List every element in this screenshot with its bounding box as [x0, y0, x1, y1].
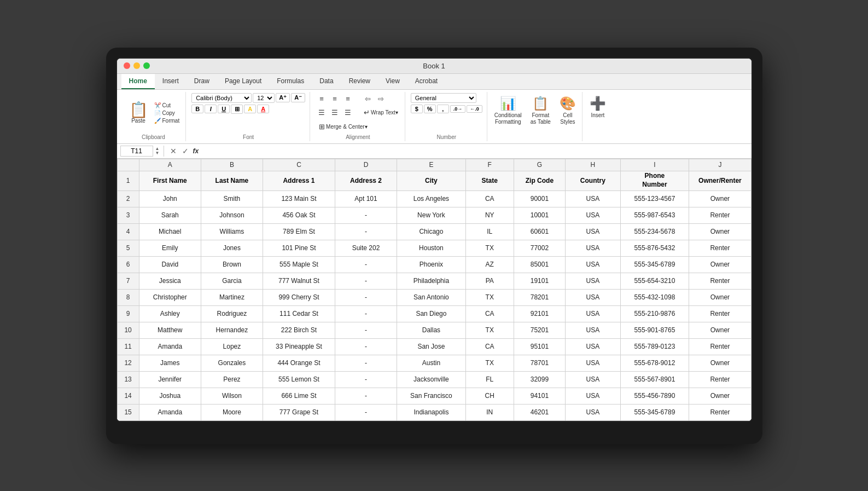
align-left-btn[interactable]: ☰	[316, 107, 328, 119]
conditional-formatting-button[interactable]: 📊 ConditionalFormatting	[491, 93, 526, 128]
cell-h11[interactable]: USA	[566, 338, 621, 355]
cell-e10[interactable]: Dallas	[397, 322, 466, 338]
cell-d7[interactable]: -	[335, 273, 397, 289]
cell-d5[interactable]: Suite 202	[335, 240, 397, 256]
tab-home[interactable]: Home	[121, 74, 155, 89]
formula-confirm-button[interactable]: ✓	[180, 147, 190, 155]
cell-e3[interactable]: New York	[397, 207, 466, 223]
cell-f5[interactable]: TX	[465, 240, 514, 256]
cell-i11[interactable]: 555-789-0123	[620, 338, 689, 355]
cell-e7[interactable]: Philadelphia	[397, 273, 466, 289]
cell-g5[interactable]: 77002	[514, 240, 565, 256]
cell-g8[interactable]: 78201	[514, 289, 565, 305]
tab-draw[interactable]: Draw	[187, 74, 217, 89]
cell-c3[interactable]: 456 Oak St	[263, 207, 335, 223]
cell-h1[interactable]: Country	[566, 171, 621, 190]
fill-color-btn[interactable]: A	[244, 105, 256, 113]
cell-c4[interactable]: 789 Elm St	[263, 223, 335, 240]
cell-b6[interactable]: Brown	[201, 256, 263, 273]
tab-review[interactable]: Review	[341, 74, 378, 89]
cell-f10[interactable]: TX	[465, 322, 514, 338]
cell-d15[interactable]: -	[335, 404, 397, 420]
cell-a6[interactable]: David	[139, 256, 201, 273]
cell-j15[interactable]: Renter	[689, 404, 751, 420]
currency-btn[interactable]: $	[411, 105, 423, 113]
cell-b8[interactable]: Martinez	[201, 289, 263, 305]
cell-i2[interactable]: 555-123-4567	[620, 190, 689, 207]
cell-e5[interactable]: Houston	[397, 240, 466, 256]
row-header-9[interactable]: 9	[117, 305, 139, 322]
row-header-13[interactable]: 13	[117, 371, 139, 388]
cell-d11[interactable]: -	[335, 338, 397, 355]
row-header-7[interactable]: 7	[117, 273, 139, 289]
cell-b5[interactable]: Jones	[201, 240, 263, 256]
cell-b15[interactable]: Moore	[201, 404, 263, 420]
cell-g13[interactable]: 32099	[514, 371, 565, 388]
cell-styles-button[interactable]: 🎨 CellStyles	[556, 93, 580, 128]
cut-button[interactable]: ✂️ Cut	[153, 102, 182, 109]
cell-g4[interactable]: 60601	[514, 223, 565, 240]
cell-h10[interactable]: USA	[566, 322, 621, 338]
cell-c8[interactable]: 999 Cherry St	[263, 289, 335, 305]
bold-button[interactable]: B	[191, 105, 203, 113]
cell-j7[interactable]: Renter	[689, 273, 751, 289]
cell-f15[interactable]: IN	[465, 404, 514, 420]
cell-b1[interactable]: Last Name	[201, 171, 263, 190]
increase-indent-btn[interactable]: ⇨	[375, 93, 387, 105]
cell-i9[interactable]: 555-210-9876	[620, 305, 689, 322]
row-header-14[interactable]: 14	[117, 388, 139, 404]
align-top-center-btn[interactable]: ≡	[329, 93, 341, 105]
cell-f1[interactable]: State	[465, 171, 514, 190]
cell-i3[interactable]: 555-987-6543	[620, 207, 689, 223]
cell-d1[interactable]: Address 2	[335, 171, 397, 190]
cell-b12[interactable]: Gonzales	[201, 355, 263, 371]
cell-h15[interactable]: USA	[566, 404, 621, 420]
formula-input[interactable]	[201, 146, 748, 156]
cell-ref-down-arrow[interactable]: ▼	[155, 151, 160, 155]
cell-c11[interactable]: 33 Pineapple St	[263, 338, 335, 355]
cell-f9[interactable]: CA	[465, 305, 514, 322]
cell-d14[interactable]: -	[335, 388, 397, 404]
row-header-1[interactable]: 1	[117, 171, 139, 190]
cell-e9[interactable]: San Diego	[397, 305, 466, 322]
cell-j13[interactable]: Renter	[689, 371, 751, 388]
cell-a11[interactable]: Amanda	[139, 338, 201, 355]
cell-j10[interactable]: Owner	[689, 322, 751, 338]
cell-g9[interactable]: 92101	[514, 305, 565, 322]
cell-i14[interactable]: 555-456-7890	[620, 388, 689, 404]
cell-a8[interactable]: Christopher	[139, 289, 201, 305]
cell-j12[interactable]: Owner	[689, 355, 751, 371]
cell-f13[interactable]: FL	[465, 371, 514, 388]
cell-g14[interactable]: 94101	[514, 388, 565, 404]
increase-decimal-btn[interactable]: .0→	[450, 105, 466, 113]
cell-i7[interactable]: 555-654-3210	[620, 273, 689, 289]
cell-j3[interactable]: Renter	[689, 207, 751, 223]
cell-c6[interactable]: 555 Maple St	[263, 256, 335, 273]
cell-e15[interactable]: Indianapolis	[397, 404, 466, 420]
cell-g15[interactable]: 46201	[514, 404, 565, 420]
col-header-b[interactable]: B	[201, 159, 263, 171]
cell-g7[interactable]: 19101	[514, 273, 565, 289]
minimize-button[interactable]	[133, 62, 140, 69]
tab-view[interactable]: View	[378, 74, 407, 89]
decrease-decimal-btn[interactable]: ←.0	[467, 105, 482, 113]
cell-h3[interactable]: USA	[566, 207, 621, 223]
comma-btn[interactable]: ,	[437, 105, 449, 113]
col-header-e[interactable]: E	[397, 159, 466, 171]
cell-i12[interactable]: 555-678-9012	[620, 355, 689, 371]
cell-a2[interactable]: John	[139, 190, 201, 207]
cell-d8[interactable]: -	[335, 289, 397, 305]
cell-f3[interactable]: NY	[465, 207, 514, 223]
row-header-4[interactable]: 4	[117, 223, 139, 240]
cell-b2[interactable]: Smith	[201, 190, 263, 207]
cell-b11[interactable]: Lopez	[201, 338, 263, 355]
cell-h7[interactable]: USA	[566, 273, 621, 289]
cell-c15[interactable]: 777 Grape St	[263, 404, 335, 420]
row-header-3[interactable]: 3	[117, 207, 139, 223]
cell-a4[interactable]: Michael	[139, 223, 201, 240]
wrap-text-button[interactable]: ↵ Wrap Text ▾	[362, 107, 400, 118]
cell-b9[interactable]: Rodriguez	[201, 305, 263, 322]
cell-c13[interactable]: 555 Lemon St	[263, 371, 335, 388]
row-header-8[interactable]: 8	[117, 289, 139, 305]
cell-i8[interactable]: 555-432-1098	[620, 289, 689, 305]
